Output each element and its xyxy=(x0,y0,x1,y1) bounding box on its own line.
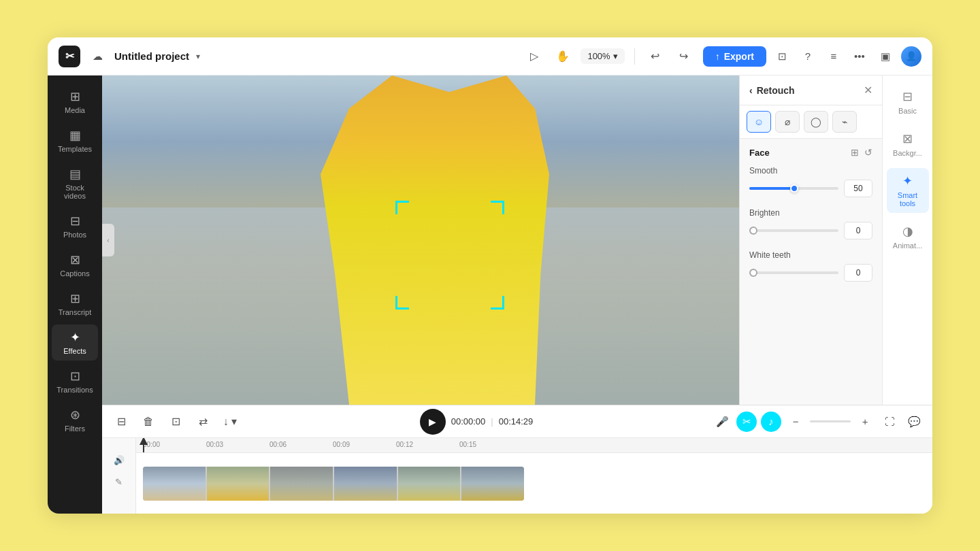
sidebar-item-photos[interactable]: ⊟ Photos xyxy=(52,208,98,244)
redo-button[interactable]: ↪ xyxy=(673,46,695,67)
help-button[interactable]: ? xyxy=(798,46,818,67)
smooth-slider-row: Smooth 50 xyxy=(749,166,872,197)
sidebar-item-captions[interactable]: ⊠ Captions xyxy=(52,247,98,283)
zoom-in-button[interactable]: + xyxy=(855,412,875,432)
retouch-back-button[interactable]: ‹ Retouch xyxy=(749,85,795,96)
playhead[interactable] xyxy=(143,438,144,452)
header-center-controls: ▷ ✋ 100% ▾ ↩ ↪ xyxy=(523,46,694,67)
white-teeth-slider-control: 0 xyxy=(749,264,872,282)
right-panel-background[interactable]: ⊠ Backgr... xyxy=(887,126,929,163)
smooth-slider-thumb[interactable] xyxy=(790,184,798,193)
right-panel-smart-tools[interactable]: ✦ Smart tools xyxy=(887,168,929,213)
video-frame xyxy=(102,76,739,405)
delete-button[interactable]: 🗑 xyxy=(137,411,159,433)
sidebar-item-templates[interactable]: ▦ Templates xyxy=(52,122,98,158)
smooth-slider-track[interactable] xyxy=(749,187,838,190)
brighten-slider-track[interactable] xyxy=(749,229,838,232)
audio-toggle[interactable]: 🔊 xyxy=(111,452,127,468)
video-strip[interactable] xyxy=(143,467,524,501)
expand-icon[interactable]: ⊞ xyxy=(851,147,859,158)
zoom-out-button[interactable]: − xyxy=(785,412,806,432)
timeline-gutter: 🔊 ✎ xyxy=(102,438,136,514)
retouch-section-icons: ⊞ ↺ xyxy=(851,147,872,158)
fullscreen-button[interactable]: ⛶ xyxy=(879,412,900,432)
effects-icon: ✦ xyxy=(70,330,80,345)
reset-icon[interactable]: ↺ xyxy=(864,147,872,158)
undo-button[interactable]: ↩ xyxy=(644,46,666,67)
panel-collapse-button[interactable]: ‹ xyxy=(102,224,114,256)
smooth-slider-value: 50 xyxy=(844,180,872,197)
timeline-ruler: 00:00 00:03 00:06 00:09 00:12 00:15 xyxy=(136,438,932,453)
auto-cut-button[interactable]: ✂ xyxy=(736,412,757,432)
white-teeth-slider-thumb[interactable] xyxy=(749,269,757,277)
ruler-mark-1: 00:03 xyxy=(206,441,223,448)
stock-videos-icon: ▤ xyxy=(69,167,81,182)
flip-button[interactable]: ⇄ xyxy=(192,411,214,433)
right-panel: ⊟ Basic ⊠ Backgr... ✦ Smart tools ◑ Anim… xyxy=(882,76,932,405)
timeline-main: 00:00 00:03 00:06 00:09 00:12 00:15 xyxy=(136,438,932,514)
sidebar-item-transitions[interactable]: ⊡ Transitions xyxy=(52,363,98,399)
brighten-slider-value: 0 xyxy=(844,222,872,239)
avatar[interactable]: 👤 xyxy=(901,46,921,67)
timeline-toolbar: ⊟ 🗑 ⊡ ⇄ ↓ ▾ ▶ 00:00:00 | 00:14:29 🎤 ✂ xyxy=(102,405,932,438)
more-button[interactable]: ••• xyxy=(849,46,870,67)
video-preview xyxy=(102,76,739,405)
video-track-row xyxy=(136,453,932,514)
sidebar-item-transcript[interactable]: ⊞ Transcript xyxy=(52,286,98,322)
hand-tool-button[interactable]: ✋ xyxy=(552,46,574,67)
smart-tools-icon: ✦ xyxy=(902,173,913,188)
project-title: Untitled project xyxy=(114,50,189,62)
retouch-tab-body[interactable]: ⌀ xyxy=(775,111,800,133)
project-dropdown-button[interactable]: ▾ xyxy=(196,52,200,61)
split-view-button[interactable]: ▣ xyxy=(875,46,896,67)
zoom-track[interactable] xyxy=(810,420,851,422)
ruler-mark-2: 00:06 xyxy=(270,441,287,448)
zoom-control[interactable]: 100% ▾ xyxy=(581,48,624,64)
timeline-area: ⊟ 🗑 ⊡ ⇄ ↓ ▾ ▶ 00:00:00 | 00:14:29 🎤 ✂ xyxy=(102,405,932,514)
sidebar-item-stock-videos[interactable]: ▤ Stock videos xyxy=(52,161,98,205)
video-area: ‹ xyxy=(102,76,932,405)
retouch-tab-face[interactable]: ☺ xyxy=(747,111,771,133)
layers-button[interactable]: ≡ xyxy=(823,46,844,67)
strip-thumb-2 xyxy=(207,467,270,501)
brighten-slider-row: Brighten 0 xyxy=(749,208,872,239)
play-pause-button[interactable]: ▶ xyxy=(420,409,446,435)
retouch-tab-hair[interactable]: ⌁ xyxy=(832,111,857,133)
ruler-mark-4: 00:12 xyxy=(396,441,413,448)
retouch-tabs: ☺ ⌀ ◯ ⌁ xyxy=(740,105,882,139)
basic-icon: ⊟ xyxy=(902,89,913,104)
background-icon: ⊠ xyxy=(902,131,913,146)
crop-button[interactable]: ⊡ xyxy=(165,411,186,433)
sidebar-item-filters[interactable]: ⊛ Filters xyxy=(52,402,98,438)
comment-button[interactable]: 💬 xyxy=(904,412,924,432)
right-panel-animate[interactable]: ◑ Animat... xyxy=(887,218,929,255)
export-icon: ↑ xyxy=(715,51,720,62)
sidebar: ⊞ Media ▦ Templates ▤ Stock videos ⊟ Pho… xyxy=(48,76,102,514)
brighten-slider-control: 0 xyxy=(749,222,872,239)
retouch-tab-skin[interactable]: ◯ xyxy=(804,111,828,133)
edit-toggle[interactable]: ✎ xyxy=(111,473,127,490)
play-button[interactable]: ▷ xyxy=(523,46,545,67)
white-teeth-slider-track[interactable] xyxy=(749,271,838,274)
header-left: ✂ ☁ Untitled project ▾ xyxy=(59,46,515,67)
retouch-header: ‹ Retouch ✕ xyxy=(740,76,882,105)
header: ✂ ☁ Untitled project ▾ ▷ ✋ 100% ▾ ↩ ↪ ↑ … xyxy=(48,37,932,76)
retouch-panel: ‹ Retouch ✕ ☺ ⌀ ◯ ⌁ Face xyxy=(739,76,882,405)
sidebar-item-effects[interactable]: ✦ Effects xyxy=(52,324,98,361)
strip-thumb-1 xyxy=(143,467,206,501)
brighten-slider-thumb[interactable] xyxy=(749,227,757,235)
download-button[interactable]: ↓ ▾ xyxy=(219,411,241,433)
sidebar-item-media[interactable]: ⊞ Media xyxy=(52,84,98,120)
header-right-controls: ↑ Export ⊡ ? ≡ ••• ▣ 👤 xyxy=(703,46,921,67)
cloud-save-button[interactable]: ☁ xyxy=(87,46,108,67)
retouch-face-section: Face ⊞ ↺ Smooth xyxy=(740,139,882,301)
strip-thumb-3 xyxy=(270,467,333,501)
app-logo: ✂ xyxy=(59,46,80,67)
beat-sync-button[interactable]: ♪ xyxy=(761,412,781,432)
mic-button[interactable]: 🎤 xyxy=(712,412,732,432)
folder-button[interactable]: ⊡ xyxy=(772,46,792,67)
split-tool-button[interactable]: ⊟ xyxy=(110,411,132,433)
right-panel-basic[interactable]: ⊟ Basic xyxy=(887,84,929,120)
retouch-close-button[interactable]: ✕ xyxy=(864,84,872,97)
export-button[interactable]: ↑ Export xyxy=(703,46,766,67)
